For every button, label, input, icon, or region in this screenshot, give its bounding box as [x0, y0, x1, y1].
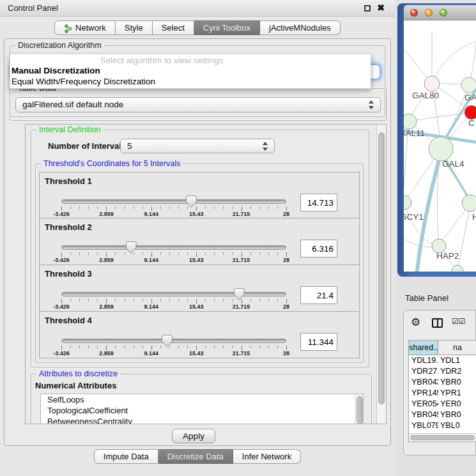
scrollbar-thumb[interactable]: [410, 435, 475, 440]
table-row[interactable]: YBR043CYBR0: [409, 377, 476, 388]
horizontal-scrollbar[interactable]: [409, 433, 476, 441]
control-panel-tabs: Network Style Select Cyni Toolbox jActiv…: [0, 20, 395, 35]
tick-label: -3.426: [53, 350, 70, 357]
list-scrollbar[interactable]: [355, 395, 362, 424]
tick-mark: [250, 346, 251, 348]
table-row[interactable]: YDR27...YDR2: [409, 366, 476, 377]
close-icon[interactable]: ✖: [377, 3, 385, 13]
threshold-value-field[interactable]: 14.713: [300, 194, 337, 211]
network-node[interactable]: [462, 195, 476, 211]
cell-shared-name[interactable]: YDR27...: [409, 366, 438, 377]
table-row[interactable]: YPR145WYPR1: [409, 388, 476, 399]
network-node[interactable]: [461, 77, 476, 93]
tab-jactivemnodules[interactable]: jActiveMNodules: [260, 20, 341, 35]
slider-track[interactable]: [61, 292, 286, 296]
num-intervals-combobox[interactable]: 5: [120, 139, 275, 153]
tick-mark: [169, 206, 170, 209]
slider-track[interactable]: [61, 339, 286, 343]
node-table[interactable]: shared... na YDL19...YDL1YDR27...YDR2YBR…: [408, 340, 476, 442]
num-intervals-label: Number of Intervals: [48, 141, 126, 151]
cell-shared-name[interactable]: YBR045C: [409, 410, 438, 420]
tab-impute-data[interactable]: Impute Data: [94, 449, 158, 464]
apply-button[interactable]: Apply: [172, 429, 215, 443]
tab-infer-network[interactable]: Infer Network: [233, 449, 301, 464]
threshold-value-field[interactable]: 6.316: [300, 240, 337, 257]
threshold-value-field[interactable]: 11.344: [300, 333, 337, 351]
tab-style[interactable]: Style: [116, 20, 153, 35]
tab-network[interactable]: Network: [54, 20, 116, 35]
network-window-titlebar[interactable]: [404, 5, 476, 20]
split-columns-icon[interactable]: [432, 318, 443, 328]
threshold-slider[interactable]: -3.4262.8599.14415.4321.71528: [61, 219, 286, 265]
cell-name[interactable]: YDR2: [438, 366, 476, 377]
tick-mark: [142, 299, 143, 302]
network-node[interactable]: [404, 114, 417, 129]
dropdown-hint: Select algorithm to view settings: [10, 56, 313, 65]
cell-shared-name[interactable]: YBR043C: [409, 377, 438, 388]
zoom-traffic-light-icon[interactable]: [440, 9, 447, 17]
dropdown-item-manual-discretization[interactable]: Manual Discretization: [12, 66, 100, 75]
attribute-list-item[interactable]: SelfLoops: [41, 394, 363, 405]
tick-mark: [70, 206, 71, 209]
cell-name[interactable]: YPR1: [438, 388, 476, 399]
tick-mark: [277, 252, 278, 255]
tab-label: jActiveMNodules: [269, 21, 331, 35]
checkboxes-icon[interactable]: ☑☑: [452, 317, 466, 326]
network-node[interactable]: [429, 137, 453, 161]
tick-mark: [242, 206, 242, 211]
scrollbar-thumb[interactable]: [378, 132, 385, 404]
column-header-shared[interactable]: shared...: [409, 341, 438, 355]
tick-mark: [242, 252, 242, 257]
cell-name[interactable]: YBR0: [438, 377, 476, 388]
dropdown-item-equal-width-frequency[interactable]: Equal Width/Frequency Discretization: [12, 77, 155, 86]
cell-name[interactable]: YDL1: [438, 355, 476, 366]
cell-shared-name[interactable]: YER054C: [409, 399, 438, 410]
tick-mark: [187, 299, 188, 302]
threshold-slider[interactable]: -3.4262.8599.14415.4321.71528: [61, 265, 286, 312]
threshold-value-field[interactable]: 21.4: [300, 286, 337, 304]
cell-name[interactable]: YBL0: [438, 420, 476, 431]
network-node[interactable]: [464, 105, 476, 119]
tab-select[interactable]: Select: [153, 20, 194, 35]
threshold-slider[interactable]: -3.4262.8599.14415.4321.71528: [61, 312, 286, 358]
network-node[interactable]: [404, 196, 411, 210]
network-canvas[interactable]: GAL80GACGAL11GAL4GCY1HHAP2: [404, 20, 476, 272]
attribute-list-item[interactable]: BetweennessCentrality: [41, 416, 363, 424]
table-row[interactable]: YBL079WYBL0: [409, 420, 476, 431]
numerical-attributes-list[interactable]: SelfLoopsTopologicalCoefficientBetweenne…: [40, 394, 364, 424]
tab-discretize-data[interactable]: Discretize Data: [158, 449, 233, 464]
pane-scrollbar[interactable]: [376, 125, 386, 424]
cell-name[interactable]: YBR0: [438, 410, 476, 420]
slider-tick-labels: -3.4262.8599.14415.4321.71528: [61, 350, 286, 357]
cell-shared-name[interactable]: YBL079W: [409, 420, 438, 431]
tab-cyni-toolbox[interactable]: Cyni Toolbox: [194, 20, 260, 35]
float-window-icon[interactable]: [364, 5, 371, 12]
tick-mark: [268, 206, 269, 209]
cell-name[interactable]: YER0: [438, 399, 476, 410]
cell-shared-name[interactable]: YDL19...: [409, 355, 438, 366]
minimize-traffic-light-icon[interactable]: [425, 9, 433, 17]
tick-mark: [242, 346, 242, 350]
attribute-list-item[interactable]: TopologicalCoefficient: [41, 405, 363, 416]
gear-icon[interactable]: ⚙: [411, 316, 420, 329]
column-header-name[interactable]: na: [438, 341, 476, 355]
network-tab-icon: [64, 24, 72, 33]
slider-tick-labels: -3.4262.8599.14415.4321.71528: [61, 211, 286, 218]
slider-track[interactable]: [61, 199, 286, 204]
threshold-slider[interactable]: -3.4262.8599.14415.4321.71528: [61, 173, 286, 219]
slider-ticks: [61, 299, 286, 303]
table-data-combobox[interactable]: galFiltered.sif default node: [15, 97, 381, 112]
tick-mark: [286, 299, 287, 303]
tick-mark: [115, 206, 116, 209]
cell-shared-name[interactable]: YPR145W: [409, 388, 438, 399]
close-traffic-light-icon[interactable]: [410, 9, 418, 17]
table-row[interactable]: YER054CYER0: [409, 399, 476, 410]
network-node[interactable]: [424, 76, 440, 91]
table-row[interactable]: YDL19...YDL1: [409, 355, 476, 366]
slider-track[interactable]: [61, 245, 286, 250]
group-title: Discretization Algorithm: [15, 41, 104, 50]
table-row[interactable]: YBR045CYBR0: [409, 410, 476, 420]
scrollbar-thumb[interactable]: [357, 396, 363, 424]
tab-label: Select: [162, 21, 185, 35]
tick-label: 15.43: [189, 350, 204, 357]
